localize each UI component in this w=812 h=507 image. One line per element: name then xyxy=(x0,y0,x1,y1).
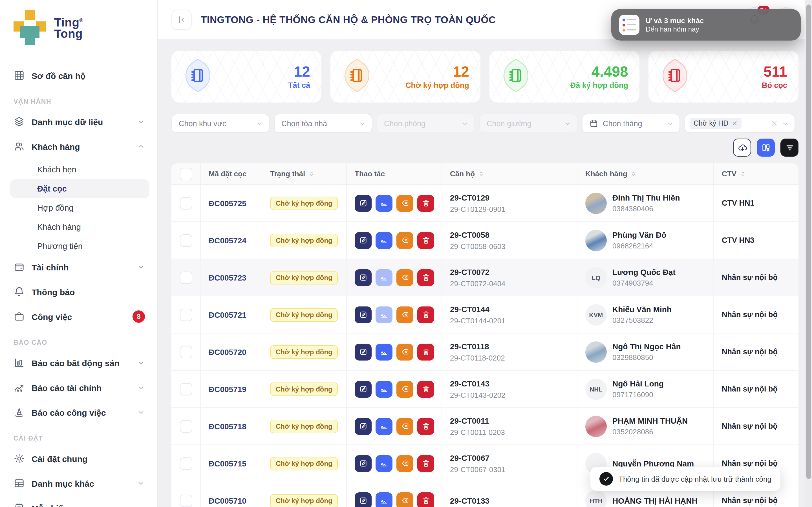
sidebar-item-dat-coc[interactable]: Đặt cọc xyxy=(10,179,149,198)
page-scrollbar[interactable] xyxy=(805,0,812,507)
sidebar-item-tai-chinh[interactable]: Tài chính xyxy=(10,256,149,278)
delete-button[interactable] xyxy=(417,381,434,397)
cancel-deposit-button[interactable] xyxy=(396,343,413,360)
sign-contract-button[interactable] xyxy=(375,194,393,212)
edit-button[interactable] xyxy=(355,194,371,212)
customer-avatar[interactable] xyxy=(585,230,607,251)
sidebar-item-khach-hen[interactable]: Khách hẹn xyxy=(10,160,149,179)
delete-button[interactable] xyxy=(417,418,434,435)
row-checkbox[interactable] xyxy=(180,494,192,507)
columns-button[interactable] xyxy=(757,138,775,157)
filter-select-thang[interactable]: Chọn tháng xyxy=(582,114,680,133)
remove-tag-icon[interactable] xyxy=(732,121,737,126)
sign-contract-button[interactable] xyxy=(375,492,393,507)
customer-avatar[interactable] xyxy=(585,415,607,437)
column-header[interactable]: Khách hàng xyxy=(577,163,714,185)
deposit-id[interactable]: ĐC005715 xyxy=(209,459,246,468)
edit-button[interactable] xyxy=(355,306,371,323)
customer-avatar[interactable] xyxy=(585,192,607,214)
filter-select-trang-thai[interactable]: Chờ ký HĐ xyxy=(684,114,795,133)
sidebar-item-danh-muc-du-lieu[interactable]: Danh mục dữ liệu xyxy=(10,110,149,133)
column-header[interactable]: Trạng thái xyxy=(262,163,347,185)
sidebar-item-so-do-can-ho[interactable]: Sơ đồ căn hộ xyxy=(10,64,149,87)
customer-avatar[interactable]: LQ xyxy=(585,267,607,288)
cancel-deposit-button[interactable] xyxy=(396,306,413,323)
customer-avatar[interactable]: KVM xyxy=(585,304,607,325)
sign-contract-button[interactable] xyxy=(375,455,393,472)
column-header[interactable]: CTV xyxy=(714,163,799,185)
deposit-id[interactable]: ĐC005723 xyxy=(209,273,246,282)
deposit-id[interactable]: ĐC005721 xyxy=(209,310,246,319)
deposit-id[interactable]: ĐC005724 xyxy=(209,236,246,245)
cancel-deposit-button[interactable] xyxy=(396,418,413,435)
row-checkbox[interactable] xyxy=(180,383,192,395)
sidebar-item-mau-bieu[interactable]: Mẫu biểu xyxy=(10,497,149,507)
delete-button[interactable] xyxy=(417,306,434,323)
filter-select-khu-vuc[interactable]: Chọn khu vực xyxy=(171,114,269,133)
delete-button[interactable] xyxy=(417,232,434,249)
clear-filter-icon[interactable] xyxy=(771,120,777,127)
stat-card-da-ky-hop-dong[interactable]: 4.498Đã ký hợp đồng xyxy=(490,51,640,103)
sidebar-item-danh-muc-khac[interactable]: Danh mục khác xyxy=(10,472,149,495)
delete-button[interactable] xyxy=(417,194,434,212)
sidebar-item-khach-hang[interactable]: Khách hàng xyxy=(10,135,149,158)
deposit-id[interactable]: ĐC005720 xyxy=(209,347,246,356)
scrollbar-thumb[interactable] xyxy=(806,4,811,479)
customer-avatar[interactable]: NHL xyxy=(585,378,607,400)
row-checkbox[interactable] xyxy=(180,197,192,209)
sidebar-item-bao-cao-cong-viec[interactable]: Báo cáo công việc xyxy=(10,401,149,424)
cancel-deposit-button[interactable] xyxy=(396,381,413,397)
sign-contract-button[interactable] xyxy=(375,343,393,360)
filter-button[interactable] xyxy=(780,138,799,157)
macos-notification[interactable]: Ư và 3 mục khác Đến hạn hôm nay xyxy=(611,9,801,41)
customer-avatar[interactable] xyxy=(585,341,607,362)
delete-button[interactable] xyxy=(417,455,434,472)
sign-contract-button[interactable] xyxy=(375,418,393,435)
filter-select-toa-nha[interactable]: Chọn tòa nhà xyxy=(274,114,372,133)
edit-button[interactable] xyxy=(355,269,371,286)
delete-button[interactable] xyxy=(417,492,434,507)
row-checkbox[interactable] xyxy=(180,457,192,469)
sidebar-item-cai-dat-chung[interactable]: Cài đặt chung xyxy=(10,447,149,470)
export-button[interactable] xyxy=(733,138,751,157)
stat-card-cho-ky-hop-dong[interactable]: 12Chờ ký hợp đồng xyxy=(331,51,480,103)
select-all-checkbox[interactable] xyxy=(180,168,192,180)
edit-button[interactable] xyxy=(355,381,371,397)
sidebar-item-thong-bao[interactable]: Thông báo xyxy=(10,281,149,303)
sign-contract-button[interactable] xyxy=(375,232,393,249)
deposit-id[interactable]: ĐC005719 xyxy=(209,385,246,393)
stat-card-tat-ca[interactable]: 12Tất cả xyxy=(171,51,321,103)
sidebar-item-bao-cao-bds[interactable]: Báo cáo bất động sản xyxy=(10,351,149,374)
edit-button[interactable] xyxy=(355,418,371,435)
sidebar-item-bao-cao-tai-chinh[interactable]: Báo cáo tài chính xyxy=(10,376,149,399)
deposit-id[interactable]: ĐC005725 xyxy=(209,199,246,208)
cancel-deposit-button[interactable] xyxy=(396,269,413,286)
sidebar-item-hop-dong[interactable]: Hợp đồng xyxy=(10,198,149,217)
sidebar-item-khach-hang-sub[interactable]: Khách hàng xyxy=(10,217,149,237)
row-checkbox[interactable] xyxy=(180,234,192,246)
cancel-deposit-button[interactable] xyxy=(396,455,413,472)
edit-button[interactable] xyxy=(355,455,371,472)
sidebar-collapse-button[interactable] xyxy=(171,10,192,30)
stat-card-bo-coc[interactable]: 511Bỏ cọc xyxy=(649,51,799,103)
sign-contract-button[interactable] xyxy=(375,381,393,397)
row-checkbox[interactable] xyxy=(180,346,192,358)
sidebar-item-cong-viec[interactable]: Công việc8 xyxy=(10,305,149,328)
delete-button[interactable] xyxy=(417,343,434,360)
customer-avatar[interactable]: HTH xyxy=(585,490,607,507)
deposit-id[interactable]: ĐC005710 xyxy=(209,496,246,505)
cancel-deposit-button[interactable] xyxy=(396,194,413,212)
deposit-id[interactable]: ĐC005718 xyxy=(209,421,246,431)
row-checkbox[interactable] xyxy=(180,271,192,284)
cancel-deposit-button[interactable] xyxy=(396,232,413,249)
column-header[interactable]: Căn hộ xyxy=(442,163,577,185)
row-checkbox[interactable] xyxy=(180,308,192,321)
edit-button[interactable] xyxy=(355,232,371,249)
edit-button[interactable] xyxy=(355,492,371,507)
sidebar-item-phuong-tien[interactable]: Phương tiện xyxy=(10,237,149,256)
app-logo[interactable]: Ting® Tong xyxy=(12,10,149,45)
row-checkbox[interactable] xyxy=(180,420,192,432)
delete-button[interactable] xyxy=(417,269,434,286)
cancel-deposit-button[interactable] xyxy=(396,492,413,507)
edit-button[interactable] xyxy=(355,343,371,360)
